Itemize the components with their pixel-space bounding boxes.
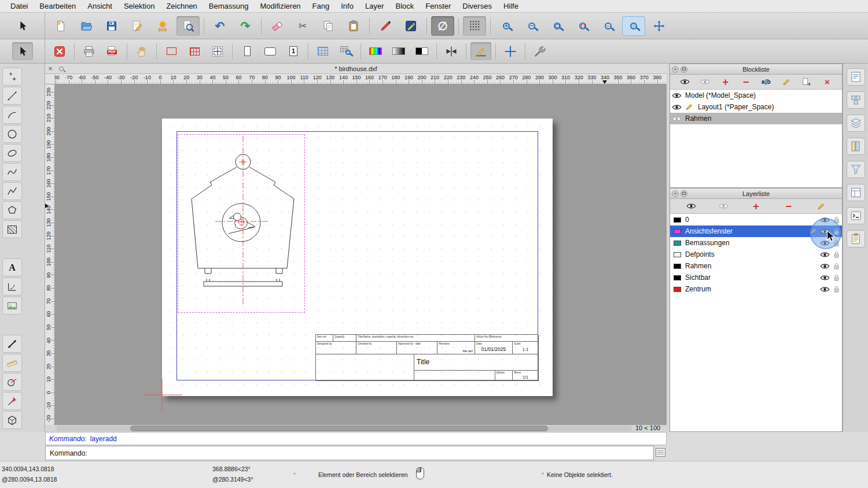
polyline-tools-button[interactable] <box>2 182 22 200</box>
menu-selektion[interactable]: Selektion <box>118 2 160 10</box>
dimension-angular-button[interactable] <box>2 278 22 295</box>
command-input[interactable] <box>91 446 653 460</box>
circle-slash-button[interactable]: ∅ <box>431 16 454 36</box>
layer-color-swatch[interactable] <box>674 241 681 246</box>
circle-tools-button[interactable] <box>2 125 22 143</box>
hide-all-layers-button[interactable] <box>715 200 731 212</box>
selection-cursor-button[interactable] <box>11 16 34 36</box>
block-visibility-icon[interactable] <box>670 93 683 99</box>
layer-lock-icon[interactable] <box>830 263 842 270</box>
draw-pen-button[interactable] <box>374 16 397 36</box>
layer-lock-icon[interactable] <box>830 286 842 293</box>
grid-toggle-button[interactable] <box>312 42 333 60</box>
line-tools-button[interactable] <box>2 87 22 105</box>
new-file-button[interactable] <box>49 16 72 36</box>
panel-float-button[interactable] <box>681 66 687 73</box>
crosshair-button[interactable] <box>500 42 521 60</box>
document-zoom-icon[interactable] <box>56 66 67 71</box>
show-all-layers-button[interactable] <box>683 200 699 212</box>
origin-marker-button[interactable] <box>207 42 228 60</box>
layer-color-swatch[interactable] <box>674 217 681 223</box>
layer-row[interactable]: Defpoints <box>670 249 842 260</box>
layer-visibility-icon[interactable] <box>819 263 830 269</box>
show-all-blocks-button[interactable] <box>677 76 693 88</box>
menu-block[interactable]: Block <box>389 2 420 10</box>
menu-datei[interactable]: Datei <box>5 2 34 10</box>
layer-visibility-icon[interactable] <box>819 286 830 293</box>
arc-tools-button[interactable] <box>2 106 22 124</box>
layer-visibility-icon[interactable] <box>819 252 830 258</box>
cut-button[interactable]: ✂ <box>291 16 314 36</box>
dock-clipboard-button[interactable] <box>847 230 865 247</box>
layer-color-swatch[interactable] <box>674 275 681 280</box>
layer-visibility-icon[interactable] <box>819 275 830 281</box>
color-bar-button[interactable] <box>365 42 386 60</box>
image-tool-button[interactable] <box>2 297 22 315</box>
spline-tools-button[interactable] <box>2 163 22 181</box>
block-row[interactable]: Rahmen <box>670 113 842 124</box>
edit-block-button[interactable] <box>778 76 795 88</box>
dock-properties-button[interactable] <box>847 68 865 86</box>
menu-diverses[interactable]: Diverses <box>457 2 498 10</box>
dock-views-button[interactable] <box>847 184 865 201</box>
rename-block-button[interactable]: a|b <box>758 76 774 88</box>
tools-button[interactable] <box>529 42 550 60</box>
layer-color-swatch[interactable] <box>674 229 681 234</box>
viewport-tall-button[interactable] <box>237 42 258 60</box>
erase-button[interactable] <box>266 16 289 36</box>
layer-row[interactable]: Rahmen <box>670 260 842 272</box>
redo-button[interactable]: ↷ <box>234 16 257 36</box>
dock-filter-button[interactable] <box>847 161 865 178</box>
modify-tools-button[interactable] <box>2 392 22 410</box>
print-preview-button[interactable] <box>176 16 200 36</box>
add-block-button[interactable]: + <box>718 76 734 88</box>
drawing-canvas[interactable]: Item refQuantityTitle/Name, destination,… <box>55 84 667 425</box>
zoom-out-button[interactable]: − <box>520 16 543 36</box>
pdf-export-button[interactable]: PDF <box>102 42 123 60</box>
layer-color-swatch[interactable] <box>674 252 681 257</box>
command-detach-button[interactable] <box>656 448 665 457</box>
hatch-tool-button[interactable] <box>2 220 22 238</box>
menu-hilfe[interactable]: Hilfe <box>498 2 524 10</box>
svg-export-button[interactable]: SVG <box>151 16 174 36</box>
remove-block-button[interactable]: − <box>738 76 754 88</box>
menu-bearbeiten[interactable]: Bearbeiten <box>34 2 82 10</box>
undo-button[interactable]: ↶ <box>208 16 231 36</box>
layer-row[interactable]: Zentrum <box>670 283 842 295</box>
menu-fenster[interactable]: Fenster <box>420 2 457 10</box>
grid-dots-button[interactable] <box>463 16 486 36</box>
purge-blocks-button[interactable]: × <box>819 76 835 88</box>
dock-layers-button[interactable] <box>847 114 865 132</box>
layer-lock-icon[interactable] <box>830 251 842 258</box>
selection-cursor-2-button[interactable] <box>12 42 33 60</box>
block-row[interactable]: Layout1 (*Paper_Space) <box>670 101 842 113</box>
layer-lock-icon[interactable] <box>830 274 842 282</box>
copy-button[interactable] <box>317 16 340 36</box>
remove-layer-button[interactable]: − <box>781 200 797 212</box>
edit-drawing-button[interactable] <box>126 16 149 36</box>
block-visibility-icon[interactable] <box>670 116 683 122</box>
ellipse-tools-button[interactable] <box>2 144 22 162</box>
menu-ansicht[interactable]: Ansicht <box>82 2 118 10</box>
scrollbar-thumb[interactable] <box>130 426 548 431</box>
block-row[interactable]: Model (*Model_Space) <box>670 90 842 101</box>
solid-tools-button[interactable] <box>2 411 22 429</box>
dock-library-button[interactable] <box>847 138 865 155</box>
zoom-in-button[interactable]: + <box>495 16 518 36</box>
viewport-one-button[interactable]: 1 <box>283 42 304 60</box>
dock-blocks-button[interactable] <box>847 91 865 109</box>
text-tool-button[interactable]: A <box>2 258 22 276</box>
layer-color-swatch[interactable] <box>674 287 681 292</box>
lineweight-button[interactable] <box>441 42 462 60</box>
zoom-selection-button[interactable] <box>571 16 594 36</box>
zoom-window-button[interactable] <box>622 16 645 36</box>
viewport-wide-button[interactable] <box>260 42 281 60</box>
hide-all-blocks-button[interactable] <box>697 76 713 88</box>
zoom-previous-button[interactable]: ← <box>597 16 620 36</box>
menu-info[interactable]: Info <box>335 2 359 10</box>
draft-rect-button[interactable] <box>161 42 182 60</box>
panel-float-button[interactable] <box>681 190 687 197</box>
dimension-tools-button[interactable] <box>2 335 22 353</box>
draft-mode-button[interactable] <box>470 42 491 60</box>
horizontal-scrollbar[interactable] <box>55 425 634 432</box>
